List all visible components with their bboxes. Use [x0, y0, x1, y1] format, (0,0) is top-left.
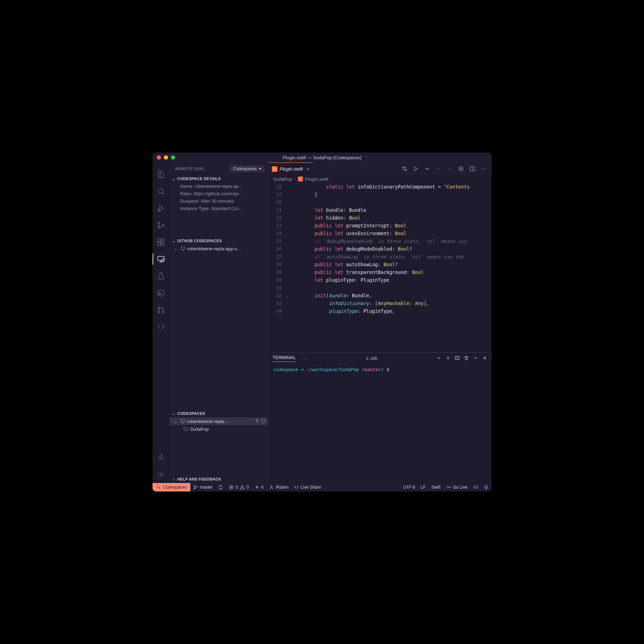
section-codespaces[interactable]: ⌄CODESPACES [169, 410, 268, 417]
svg-point-20 [402, 167, 404, 168]
fold-column[interactable]: ⌄ [286, 183, 292, 352]
status-bell-icon[interactable] [481, 483, 491, 491]
source-control-icon[interactable] [153, 217, 169, 234]
editor-area: ✦ Plugin.swift × ··· SodaPop › [268, 162, 491, 483]
maximize-panel-icon[interactable] [473, 356, 478, 362]
terminal-panel: TERMINAL ··· 1: zsh codespace ➜ ~/worksp… [268, 352, 491, 483]
github-pr-icon[interactable] [153, 302, 169, 318]
split-editor-icon[interactable] [468, 165, 477, 173]
trash-icon[interactable] [464, 356, 469, 362]
svg-point-13 [158, 311, 160, 313]
status-user[interactable]: Roben [266, 483, 291, 491]
close-panel-icon[interactable] [482, 356, 487, 362]
svg-rect-19 [262, 419, 265, 422]
status-ports[interactable]: 0 [252, 483, 267, 491]
breadcrumb[interactable]: SodaPop › Plugin.swift [268, 175, 491, 183]
status-problems[interactable]: 0 0 [226, 483, 251, 491]
close-tab-icon[interactable]: × [306, 166, 309, 172]
detail-suspend: Suspend: After 30 minutes [169, 197, 268, 205]
svg-point-22 [427, 168, 428, 169]
extensions-icon[interactable] [153, 234, 169, 251]
status-language[interactable]: Swift [429, 483, 443, 491]
svg-point-26 [461, 168, 462, 169]
status-feedback-icon[interactable] [470, 483, 481, 491]
account-icon[interactable] [153, 449, 169, 466]
live-share-icon[interactable] [153, 318, 169, 335]
search-icon[interactable] [153, 183, 169, 200]
svg-point-21 [405, 169, 407, 171]
remote-explorer-icon[interactable] [153, 251, 169, 268]
zoom-icon[interactable] [171, 155, 175, 160]
svg-rect-7 [161, 243, 164, 245]
detail-repo: Repo: https://github.com/repl… [169, 190, 268, 197]
testing-icon[interactable] [153, 268, 169, 285]
status-liveshare[interactable]: Live Share [291, 483, 324, 491]
new-window-icon[interactable] [261, 418, 266, 424]
plug-icon[interactable] [255, 418, 260, 424]
svg-point-0 [158, 189, 163, 193]
svg-point-29 [194, 485, 195, 486]
terminal-tab[interactable]: TERMINAL [273, 355, 296, 362]
sidebar-title: REMOTE EXPL… [175, 167, 227, 171]
code-body[interactable]: static let infoDictionaryPathComponent =… [292, 183, 491, 352]
folder-icon [183, 427, 189, 431]
explorer-icon[interactable] [153, 166, 169, 183]
status-eol[interactable]: LF [418, 483, 429, 491]
edge-icon[interactable] [153, 285, 169, 302]
section-github-codespaces[interactable]: ⌄GITHUB CODESPACES [169, 237, 268, 245]
activity-bar [153, 162, 169, 483]
terminal-title[interactable]: 1: zsh [314, 356, 429, 361]
editor-tab[interactable]: ✦ Plugin.swift × [268, 162, 313, 175]
compare-icon[interactable] [400, 165, 409, 173]
svg-point-14 [162, 311, 164, 313]
git-commit-icon[interactable] [423, 165, 431, 173]
code-editor[interactable]: 1819202122232425262728293031323334 ⌄ sta… [268, 183, 491, 352]
status-branch[interactable]: master [190, 483, 216, 491]
minimize-icon[interactable] [164, 155, 168, 160]
section-help[interactable]: ›HELP AND FEEDBACK [169, 475, 268, 483]
tab-filename: Plugin.swift [280, 166, 303, 172]
svg-point-31 [196, 486, 197, 487]
status-golive[interactable]: Go Live [443, 483, 470, 491]
git-commit-dim1-icon[interactable] [434, 165, 443, 173]
sidebar: REMOTE EXPL… Codespaces ⌄CODESPACE DETAI… [169, 162, 268, 483]
more-icon[interactable]: ··· [303, 356, 307, 361]
close-icon[interactable] [157, 155, 161, 160]
titlebar[interactable]: Plugin.swift — SodaPop [Codespaces] [153, 153, 491, 162]
remote-kind-select[interactable]: Codespaces [229, 165, 264, 172]
terminal-body[interactable]: codespace ➜ ~/workspace/SodaPop (master)… [268, 364, 491, 483]
debug-icon[interactable] [153, 200, 169, 217]
git-commit-dim2-icon[interactable] [446, 165, 454, 173]
section-codespace-details[interactable]: ⌄CODESPACE DETAILS [169, 175, 268, 183]
run-icon[interactable] [412, 165, 420, 173]
line-gutter: 1819202122232425262728293031323334 [268, 183, 286, 352]
terminal-dropdown-icon[interactable] [436, 356, 441, 362]
new-terminal-icon[interactable] [446, 356, 451, 362]
breadcrumb-file[interactable]: Plugin.swift [305, 177, 328, 182]
svg-point-24 [449, 168, 451, 169]
target-icon[interactable] [457, 165, 465, 173]
status-encoding[interactable]: UTF-8 [400, 483, 418, 491]
vscode-window: Plugin.swift — SodaPop [Codespaces] REMO… [153, 153, 491, 491]
codespace-item[interactable]: ⌄ robenkleene-repla-app-s… [169, 245, 268, 252]
svg-point-23 [438, 168, 439, 169]
codespace-open-item[interactable]: ⌄ robenkleene-repla-… [169, 417, 268, 425]
codespace-folder[interactable]: SodaPop [169, 425, 268, 433]
detail-name: Name: robenkleene-repla-ap… [169, 183, 268, 190]
svg-point-35 [448, 487, 449, 488]
svg-point-16 [160, 473, 162, 476]
status-remote[interactable]: Codespaces [153, 483, 190, 491]
vm-icon [180, 246, 186, 251]
svg-point-15 [160, 455, 162, 458]
breadcrumb-root[interactable]: SodaPop [273, 177, 292, 182]
svg-rect-8 [162, 239, 164, 241]
tab-bar: ✦ Plugin.swift × ··· [268, 162, 491, 175]
split-terminal-icon[interactable] [455, 356, 460, 362]
svg-point-34 [271, 486, 273, 487]
status-sync[interactable] [215, 483, 226, 491]
settings-icon[interactable] [153, 466, 169, 483]
more-icon[interactable]: ··· [479, 165, 488, 173]
svg-rect-18 [181, 419, 185, 422]
swift-icon [298, 177, 303, 181]
window-title: Plugin.swift — SodaPop [Codespaces] [283, 155, 362, 160]
